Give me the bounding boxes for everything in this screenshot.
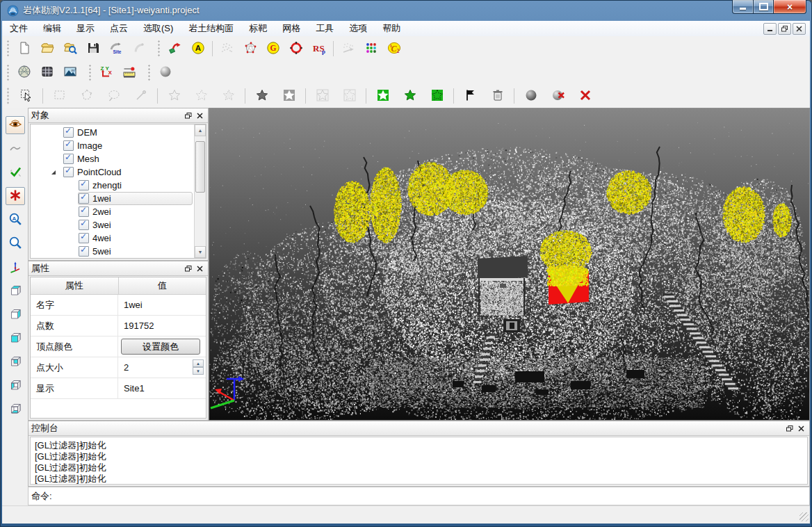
resize-grip[interactable]	[799, 512, 809, 521]
sphere-button[interactable]	[155, 63, 175, 82]
curve-button[interactable]	[6, 140, 25, 158]
tree-item-DEM[interactable]: ✓DEM	[31, 126, 194, 139]
zoom-a-button[interactable]: A	[6, 211, 25, 229]
rsp-button[interactable]: RSp	[309, 40, 329, 58]
mdi-minimize-button[interactable]	[763, 23, 777, 35]
tree-label[interactable]: Image	[77, 140, 102, 151]
check-green-button[interactable]	[6, 163, 25, 181]
tree-label[interactable]: 2wei	[92, 206, 111, 217]
toolbar-drag-handle[interactable]	[6, 88, 10, 104]
close-button[interactable]: ×	[773, 0, 806, 14]
checkbox-Image[interactable]: ✓	[63, 140, 74, 151]
float-panel-button[interactable]	[183, 264, 194, 274]
new-file-button[interactable]	[14, 40, 34, 58]
star-dark-button[interactable]	[252, 87, 272, 106]
view-cube-right-button[interactable]	[6, 305, 25, 323]
tree-label[interactable]: 1wei	[92, 193, 111, 204]
menu-item-岩土结构面[interactable]: 岩土结构面	[181, 21, 241, 36]
checkbox-PointCloud[interactable]: ✓	[63, 167, 74, 177]
menu-item-选项[interactable]: 选项	[341, 21, 375, 36]
scrollbar-thumb[interactable]	[195, 141, 205, 193]
menu-item-选取(S)[interactable]: 选取(S)	[136, 21, 181, 36]
menu-item-网格[interactable]: 网格	[275, 21, 308, 36]
asterisk-red-button[interactable]	[6, 187, 25, 205]
view-cube-top-button[interactable]	[6, 282, 25, 300]
color-table-button[interactable]	[361, 40, 381, 58]
tile-star-green-dash-button[interactable]	[427, 87, 447, 106]
toolbar-drag-handle[interactable]	[6, 40, 10, 57]
tree-item-5wei[interactable]: ✓5wei	[31, 245, 194, 258]
tree-label[interactable]: 4wei	[92, 233, 111, 243]
open-folder-button[interactable]	[37, 40, 57, 58]
zoom-button[interactable]	[6, 234, 25, 252]
tree-item-Mesh[interactable]: ✓Mesh	[31, 152, 194, 165]
mesh-wire-button[interactable]	[240, 40, 260, 58]
axes-3d-button[interactable]	[6, 258, 25, 276]
grid-table-button[interactable]	[37, 63, 57, 82]
tree-label[interactable]: PointCloud	[77, 167, 122, 177]
tree-item-zhengti[interactable]: ✓zhengti	[31, 179, 194, 192]
site-import-button[interactable]: Site	[106, 40, 126, 58]
delete-x-button[interactable]	[575, 87, 595, 106]
scroll-down-button[interactable]: ▼	[195, 246, 206, 258]
menu-item-编辑[interactable]: 编辑	[35, 21, 69, 36]
float-panel-button[interactable]	[183, 111, 194, 121]
tree-label[interactable]: zhengti	[92, 180, 122, 190]
view-cube-left-button[interactable]	[6, 376, 25, 394]
menu-item-文件[interactable]: 文件	[2, 21, 35, 36]
tree-label[interactable]: 3wei	[92, 220, 111, 230]
toolbar-drag-handle[interactable]	[6, 65, 10, 81]
trash-button[interactable]	[487, 87, 508, 106]
target-o-button[interactable]	[286, 40, 306, 58]
close-panel-button[interactable]	[795, 423, 806, 434]
maximize-button[interactable]	[754, 0, 773, 14]
tree-expander-icon[interactable]	[51, 170, 56, 175]
command-input-row[interactable]: 命令:	[28, 487, 810, 505]
checkbox-DEM[interactable]: ✓	[63, 127, 74, 138]
tree-item-3wei[interactable]: ✓3wei	[31, 218, 194, 232]
view-cube-front-button[interactable]	[6, 329, 25, 347]
spin-up-button[interactable]: ▲	[193, 359, 204, 367]
view-cube-bottom-button[interactable]	[6, 400, 25, 418]
menu-item-工具[interactable]: 工具	[308, 21, 341, 36]
star-green-button[interactable]	[400, 87, 420, 106]
toolbar-drag-handle[interactable]	[88, 65, 92, 81]
sphere-dark-button[interactable]	[521, 87, 541, 106]
menu-item-点云[interactable]: 点云	[102, 21, 136, 36]
save-button[interactable]	[83, 40, 103, 58]
tree-item-1wei[interactable]: ✓1wei	[31, 192, 194, 205]
mdi-close-button[interactable]	[793, 23, 806, 35]
scroll-up-button[interactable]: ▲	[195, 124, 206, 136]
float-panel-button[interactable]	[784, 423, 795, 434]
tree-scrollbar[interactable]: ▲ ▼	[194, 124, 206, 258]
eye-button[interactable]	[6, 116, 25, 134]
spin-down-button[interactable]: ▼	[193, 367, 204, 375]
flag-button[interactable]	[460, 87, 480, 106]
viewport-3d[interactable]	[209, 108, 810, 421]
target-g-button[interactable]: G	[263, 40, 283, 58]
checkbox-zhengti[interactable]: ✓	[79, 180, 89, 190]
tree-item-Image[interactable]: ✓Image	[31, 139, 194, 152]
toolbar-drag-handle[interactable]	[147, 65, 151, 81]
checkbox-2wei[interactable]: ✓	[79, 206, 89, 217]
checkbox-Mesh[interactable]: ✓	[63, 154, 74, 164]
image-photo-button[interactable]: m²	[60, 63, 80, 82]
tree-label[interactable]: Mesh	[77, 154, 99, 164]
axes-zyx-button[interactable]: ZYX	[96, 63, 116, 82]
registration-button[interactable]	[165, 40, 185, 58]
close-panel-button[interactable]	[194, 264, 205, 274]
point-size-spinner[interactable]: ▲▼	[193, 359, 204, 375]
ruler-button[interactable]	[119, 63, 139, 82]
menu-item-显示[interactable]: 显示	[69, 21, 102, 36]
point-cloud-render[interactable]	[209, 108, 809, 420]
checkbox-5wei[interactable]: ✓	[79, 246, 89, 257]
combine-c2-button[interactable]: 1C2	[384, 40, 404, 58]
tile-star-green-button[interactable]	[373, 87, 393, 106]
toolbar-drag-handle[interactable]	[157, 40, 161, 57]
menu-item-帮助[interactable]: 帮助	[375, 21, 408, 36]
tree-item-PointCloud[interactable]: ✓PointCloud	[31, 165, 194, 179]
checkbox-3wei[interactable]: ✓	[79, 220, 89, 230]
tree-item-2wei[interactable]: ✓2wei	[31, 205, 194, 218]
tree-item-4wei[interactable]: ✓4wei	[31, 232, 194, 245]
select-cursor-button[interactable]	[16, 87, 36, 106]
